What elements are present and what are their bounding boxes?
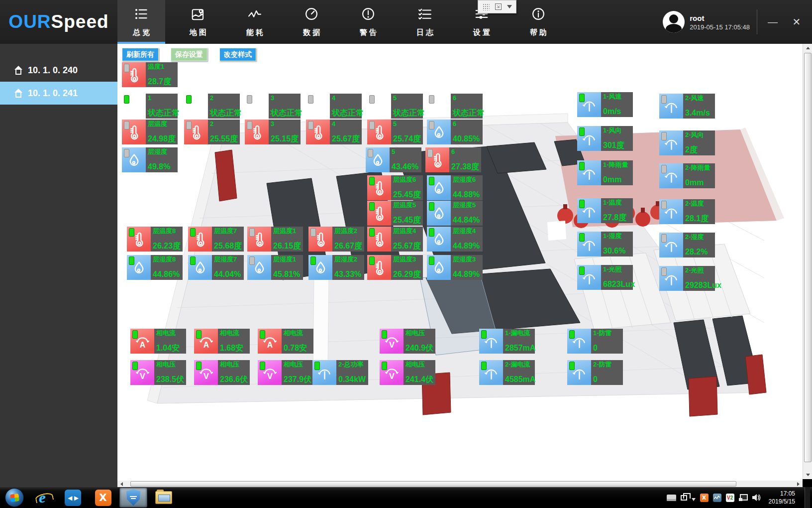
sensor-badge[interactable]: V 相电压 241.4伏 <box>380 360 435 385</box>
sensor-badge[interactable]: 6 27.38度 <box>425 147 481 172</box>
sensor-badge[interactable]: 层湿度3 44.89% <box>427 255 483 280</box>
sensor-badge[interactable]: 1-温度 27.8度 <box>577 198 633 223</box>
sensor-badge[interactable]: 6 状态正常 <box>427 94 483 119</box>
sidebar-item-1[interactable]: 10. 1. 0. 241 <box>0 82 117 105</box>
toolbar-button-1[interactable]: 保存设置 <box>171 48 207 61</box>
sensor-badge[interactable]: 1-光照 6823Lux <box>577 265 633 290</box>
vnc-tray-icon[interactable]: V2 <box>726 494 734 502</box>
volume-icon[interactable] <box>752 494 761 502</box>
sensor-badge[interactable]: 层湿度8 44.86% <box>127 255 183 280</box>
sensor-badge[interactable]: 层温度3 26.29度 <box>367 255 423 280</box>
sensor-badge[interactable]: 6 40.85% <box>427 120 483 144</box>
sensor-badge[interactable]: V 相电压 237.9伏 <box>258 360 313 385</box>
taskbar-item-teamviewer[interactable]: ◄► <box>59 488 87 508</box>
minimize-button[interactable]: — <box>764 16 781 28</box>
sensor-badge[interactable]: 层湿度5 44.84% <box>427 201 483 226</box>
sensor-badge[interactable]: 2-降雨量 0mm <box>659 163 715 188</box>
taskbar-clock[interactable]: 17:05 2019/5/15 <box>766 490 800 506</box>
sensor-badge[interactable]: 3 状态正常 <box>245 94 301 119</box>
sensor-badge[interactable]: 2-风向 2度 <box>659 130 715 155</box>
sensor-badge[interactable]: 层湿度 49.8% <box>122 147 178 172</box>
nav-tab-4[interactable]: 警 告 <box>344 0 392 44</box>
sensor-badge[interactable]: 层温度1 26.15度 <box>247 227 303 252</box>
nav-tab-3[interactable]: 数 据 <box>288 0 335 44</box>
sensor-badge[interactable]: 1 状态正常 <box>122 94 178 119</box>
sensor-badge[interactable]: 层温度7 25.68度 <box>188 227 244 252</box>
sensor-badge[interactable]: 2-总功率 0.34kW <box>312 360 368 385</box>
sensor-badge[interactable]: 5 43.46% <box>366 147 421 172</box>
sensor-badge[interactable]: 2 状态正常 <box>184 94 240 119</box>
user-block[interactable]: root 2019-05-15 17:05:48 <box>663 11 750 33</box>
sensor-badge[interactable]: 3 25.15度 <box>245 120 301 144</box>
sensor-badge[interactable]: 层湿度6 44.88% <box>427 175 483 200</box>
sensor-badge[interactable]: 2-湿度 28.2% <box>659 233 715 257</box>
horizontal-scroll-thumb[interactable] <box>130 481 736 487</box>
nav-tab-1[interactable]: 地 图 <box>174 0 222 44</box>
sensor-badge[interactable]: A 相电流 1.04安 <box>130 329 186 354</box>
nav-tab-label: 总 览 <box>133 28 150 37</box>
scroll-up-button[interactable] <box>803 44 812 52</box>
chevron-down-icon[interactable] <box>507 5 512 8</box>
sensor-badge[interactable]: 2-温度 28.1度 <box>659 199 715 224</box>
sensor-readout: 层湿度2 43.33% <box>332 255 364 280</box>
sensor-badge[interactable]: 层湿度4 44.89% <box>427 227 483 252</box>
nav-tab-2[interactable]: 能 耗 <box>231 0 279 44</box>
sensor-badge[interactable]: 层湿度2 43.33% <box>308 255 364 280</box>
sensor-badge[interactable]: 1-降雨量 0mm <box>577 160 633 185</box>
sensor-badge[interactable]: V 相电压 236.6伏 <box>194 360 250 385</box>
sensor-badge[interactable]: V 相电压 238.5伏 <box>130 360 186 385</box>
sensor-badge[interactable]: 4 25.67度 <box>306 120 362 144</box>
sensor-badge[interactable]: 2 25.55度 <box>184 120 240 144</box>
vertical-scrollbar[interactable] <box>803 44 812 479</box>
close-button[interactable]: ✕ <box>788 16 805 28</box>
sensor-badge[interactable]: 1-湿度 30.6% <box>577 232 633 256</box>
sensor-badge[interactable]: 4 状态正常 <box>306 94 362 119</box>
scroll-down-button[interactable] <box>803 471 812 479</box>
sensor-badge[interactable]: 1-风向 301度 <box>577 126 633 151</box>
show-desktop-button[interactable] <box>805 487 810 508</box>
monitor-chart-tray-icon[interactable] <box>713 494 721 502</box>
sensor-badge[interactable]: 2-漏电流 4585mA <box>479 360 535 385</box>
sensor-badge[interactable]: 5 状态正常 <box>367 94 423 119</box>
sensor-badge[interactable]: A 相电流 1.68安 <box>194 329 250 354</box>
sensor-badge[interactable]: 2-光照 29283Lux <box>659 266 715 291</box>
taskbar-item-file-manager[interactable] <box>150 488 178 508</box>
layout-widget[interactable]: ⇲ <box>478 0 516 13</box>
sensor-badge[interactable]: 2-风速 3.4m/s <box>659 94 715 119</box>
sensor-badge[interactable]: A 相电流 0.78安 <box>258 329 313 354</box>
sensor-badge[interactable]: 层温度8 26.23度 <box>127 227 183 252</box>
tray-chevron-icon[interactable] <box>692 498 696 501</box>
sensor-badge[interactable]: 温度1 28.7度 <box>122 62 178 87</box>
window-restore-icon[interactable] <box>681 495 687 501</box>
sensor-badge[interactable]: 层温度5 25.45度 <box>367 201 423 226</box>
taskbar-item-monitoring-app[interactable] <box>119 488 147 508</box>
sensor-badge[interactable]: 层温度 24.98度 <box>122 120 178 144</box>
sensor-badge[interactable]: 层湿度7 44.04% <box>188 255 244 280</box>
sensor-badge[interactable]: 1-风速 0m/s <box>577 92 633 117</box>
sensor-badge[interactable]: 5 25.74度 <box>367 120 423 144</box>
network-icon[interactable] <box>739 494 748 501</box>
toolbar-button-2[interactable]: 改变样式 <box>219 48 256 61</box>
sensor-badge[interactable]: 层湿度1 45.81% <box>247 255 303 280</box>
nav-tab-5[interactable]: 日 志 <box>401 0 449 44</box>
nav-tab-0[interactable]: 总 览 <box>117 0 165 44</box>
sensor-badge[interactable]: 层温度2 26.67度 <box>308 227 364 252</box>
sensor-badge[interactable]: 层温度4 25.67度 <box>367 227 423 252</box>
keyboard-icon[interactable] <box>667 495 676 501</box>
scroll-left-button[interactable] <box>117 481 126 487</box>
sensor-badge[interactable]: 层温度6 25.45度 <box>367 175 423 200</box>
sidebar-item-0[interactable]: 10. 1. 0. 240 <box>0 59 117 82</box>
vertical-scroll-thumb[interactable] <box>804 53 812 462</box>
taskbar-item-xampp[interactable]: ꓫ <box>89 488 117 508</box>
horizontal-scrollbar[interactable] <box>117 481 803 487</box>
nav-tab-7[interactable]: 帮 助 <box>514 0 562 44</box>
sensor-badge[interactable]: 1-漏电流 2857mA <box>479 329 535 354</box>
scroll-right-button[interactable] <box>794 481 803 487</box>
taskbar-item-internet-explorer[interactable]: e <box>28 488 56 508</box>
toolbar-button-0[interactable]: 刷新所有 <box>122 48 159 61</box>
sensor-badge[interactable]: V 相电压 240.9伏 <box>380 329 435 354</box>
xampp-tray-icon[interactable]: ꓫ <box>700 494 709 502</box>
sensor-badge[interactable]: 1-防雷 0 <box>567 329 623 354</box>
start-button[interactable] <box>5 488 24 507</box>
sensor-badge[interactable]: 2-防雷 0 <box>567 360 623 385</box>
